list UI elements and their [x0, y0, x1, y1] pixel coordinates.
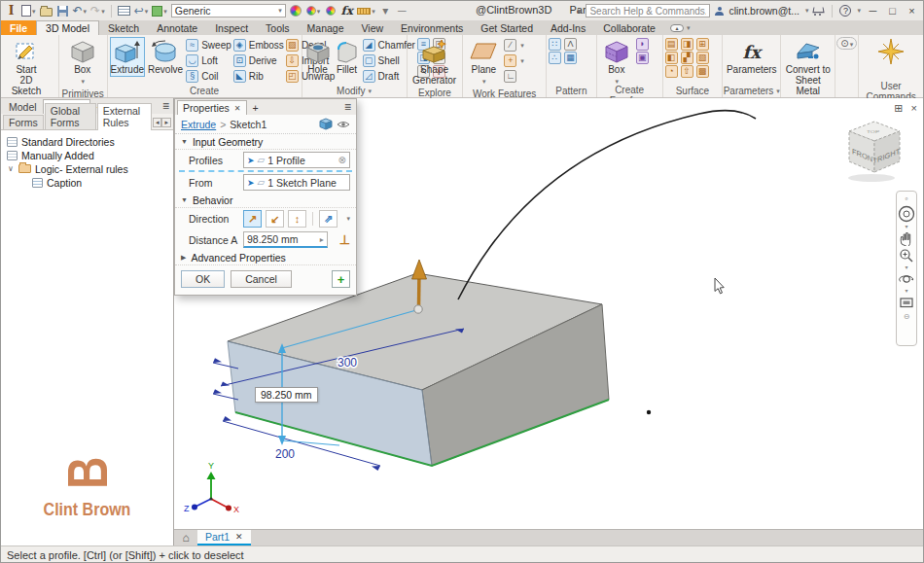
cancel-button[interactable]: Cancel [231, 270, 292, 288]
distance-flyout-icon[interactable]: ▸ [320, 235, 324, 244]
rib-button[interactable]: ◣Rib [233, 69, 284, 84]
panel-menu-icon[interactable]: ≡ [344, 100, 351, 114]
navbar-customize-icon[interactable]: ⊖ [904, 312, 910, 321]
freeform-face-icon[interactable]: ▣ [636, 52, 649, 64]
freeform-box-button[interactable]: Box▾ [599, 37, 634, 88]
shape-generator-button[interactable]: ShapeGenerator [409, 37, 460, 88]
inventor-app-icon[interactable]: I [5, 4, 18, 18]
offset-surface-icon[interactable]: ⇧ [681, 65, 693, 78]
search-input[interactable] [586, 4, 710, 18]
tab-add-ins[interactable]: Add-Ins [542, 20, 594, 35]
material-icon[interactable]: ▾ [152, 4, 167, 18]
tab-get-started[interactable]: Get Started [472, 20, 542, 35]
zoom-icon[interactable] [899, 248, 914, 264]
add-extrude-button[interactable]: + [332, 270, 350, 288]
tab-environments[interactable]: Environments [392, 20, 472, 35]
new-file-icon[interactable]: ▾ [21, 4, 36, 18]
orbit-menu-chevron-icon[interactable]: ▾ [905, 289, 907, 293]
parameters-button[interactable]: fx Parameters [725, 37, 778, 77]
fillet-button[interactable]: Fillet [334, 37, 361, 77]
grip-sphere[interactable] [414, 305, 422, 313]
properties-tab[interactable]: Properties ✕ [177, 100, 247, 115]
look-at-icon[interactable] [899, 295, 914, 310]
derive-button[interactable]: ⊡Derive [233, 53, 284, 68]
wheel-menu-chevron-icon[interactable]: ▾ [905, 225, 907, 229]
undo-icon[interactable]: ↶▾ [73, 4, 88, 18]
ucs-button[interactable]: ∟ [504, 69, 524, 84]
drawing-icon[interactable] [118, 4, 130, 18]
tab-tools[interactable]: Tools [257, 20, 299, 35]
section-input-geometry[interactable]: ▼Input Geometry [175, 134, 356, 150]
tab-view[interactable]: View [353, 20, 393, 35]
appearance-dropdown[interactable]: Generic▾ [171, 4, 286, 18]
revolve-button[interactable]: Revolve [147, 37, 184, 77]
color-wheel-icon[interactable] [290, 4, 302, 18]
maximize-button[interactable]: □ [885, 5, 900, 17]
thicken-icon[interactable]: ◔ [665, 65, 678, 78]
minimize-button[interactable]: ─ [866, 5, 880, 17]
subtab-global-forms[interactable]: Global Forms [45, 103, 96, 129]
collapse-icon[interactable]: ∨ [7, 164, 15, 173]
section-advanced-properties[interactable]: ▶Advanced Properties [175, 250, 356, 265]
close-document-icon[interactable]: × [911, 102, 917, 115]
stitch-icon[interactable]: ▤ [665, 38, 678, 51]
document-tab-part1[interactable]: Part1 ✕ [197, 530, 251, 545]
add-panel-tab-button[interactable]: + [247, 101, 265, 115]
navigation-wheel-icon[interactable] [898, 205, 915, 223]
distance-input[interactable]: 98.250 mm ▸ [243, 231, 328, 248]
view-cube[interactable]: FRONT RIGHT TOP [839, 112, 909, 186]
tab-annotate[interactable]: Annotate [148, 20, 206, 35]
plane-button[interactable]: Plane▾ [465, 37, 502, 88]
zoom-menu-chevron-icon[interactable]: ▾ [905, 265, 907, 269]
dim-label-300[interactable]: 300 [338, 356, 357, 369]
browser-menu-icon[interactable]: ≡ [162, 99, 169, 113]
parameters-fx-icon[interactable]: fx [340, 4, 353, 18]
orbit-icon[interactable] [899, 271, 914, 287]
open-folder-icon[interactable] [40, 4, 53, 18]
extrude-button[interactable]: Extrude [110, 37, 145, 77]
clear-selection-icon[interactable]: ⊗ [338, 155, 346, 165]
work-point-button[interactable]: +▾ [504, 53, 524, 68]
loft-button[interactable]: ◡Loft [186, 53, 231, 68]
coil-button[interactable]: §Coil [186, 69, 231, 84]
signed-in-user[interactable]: clint.brown@t... [729, 5, 800, 17]
circular-pattern-icon[interactable]: ∴ [549, 52, 561, 64]
search-expand-icon[interactable]: ▸ [577, 7, 581, 16]
measure-icon[interactable]: ▾ [357, 4, 375, 18]
tree-item-caption[interactable]: Caption [32, 176, 173, 189]
direction-flipped-button[interactable]: ↙ [266, 210, 284, 228]
box-primitive-button[interactable]: Box▾ [61, 37, 104, 88]
tab-collaborate[interactable]: Collaborate [594, 20, 664, 35]
tree-item-manually-added[interactable]: Manually Added [7, 149, 173, 161]
close-button[interactable]: × [905, 5, 919, 17]
adjust-appearance-icon[interactable]: ▾ [306, 4, 321, 18]
section-behavior[interactable]: ▼Behavior [175, 193, 356, 208]
close-document-tab-icon[interactable]: ✕ [235, 532, 243, 542]
graphics-canvas[interactable]: 300 200 [174, 98, 923, 529]
work-axis-button[interactable]: ∕▾ [504, 38, 524, 53]
subtab-forms[interactable]: Forms [3, 115, 44, 129]
start-2d-sketch-button[interactable]: Start2D Sketch [3, 37, 50, 98]
close-panel-icon[interactable]: ✕ [234, 104, 241, 113]
redo-icon[interactable]: ↷▾ [90, 4, 105, 18]
help-chevron-icon[interactable]: ▾ [857, 7, 861, 15]
user-command-button[interactable] [871, 37, 910, 66]
hole-button[interactable]: Hole [304, 37, 332, 77]
tab-manage[interactable]: Manage [299, 20, 353, 35]
browser-tab-model[interactable]: Model [3, 100, 43, 114]
sculpt-icon[interactable]: ▞ [681, 52, 693, 64]
replace-face-icon[interactable]: ▧ [696, 52, 709, 64]
navbar-collapse-icon[interactable]: ∘ [904, 194, 908, 203]
extend-icon[interactable]: ⊞ [696, 38, 709, 51]
pan-icon[interactable] [899, 230, 914, 246]
sketch-arc-curve[interactable] [458, 111, 756, 299]
patch-icon[interactable]: ◨ [681, 38, 693, 51]
freeform-plane-icon[interactable]: ◗ [636, 38, 649, 51]
user-menu-chevron-icon[interactable]: ▾ [805, 7, 809, 15]
direction-more-chevron-icon[interactable]: ▾ [346, 215, 350, 223]
subtab-external-rules[interactable]: External Rules [97, 103, 152, 130]
dim-label-200[interactable]: 200 [275, 447, 295, 461]
trim-icon[interactable]: ◧ [665, 52, 678, 64]
emboss-button[interactable]: ◈Emboss [233, 38, 284, 53]
tab-3d-model[interactable]: 3D Model [36, 20, 99, 35]
